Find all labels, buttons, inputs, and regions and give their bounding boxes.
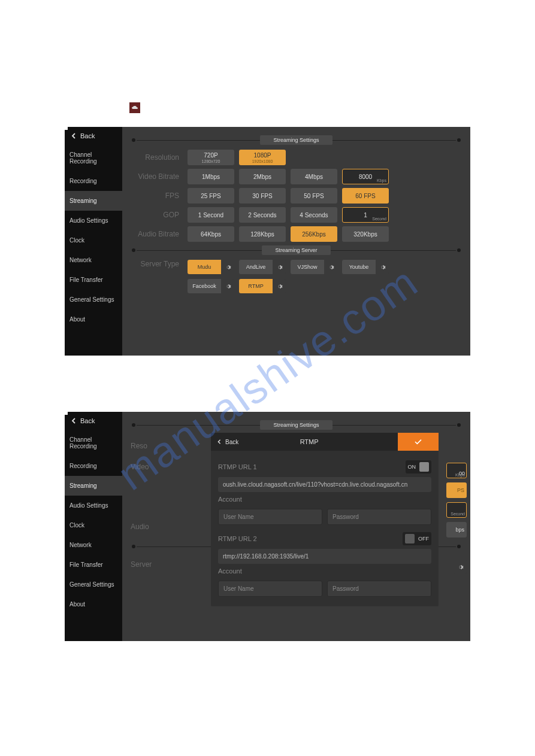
account-label-1: Account xyxy=(218,496,242,503)
fps-50[interactable]: 50 FPS xyxy=(291,188,337,204)
sidebar-item-general-settings[interactable]: General Settings xyxy=(65,290,122,309)
gop-1s[interactable]: 1 Second xyxy=(188,207,234,223)
abitrate-256[interactable]: 256Kbps xyxy=(291,226,337,242)
rtmp-url1-toggle[interactable]: ON xyxy=(406,460,432,473)
vbitrate-4m[interactable]: 4Mbps xyxy=(291,169,337,184)
server-vjshow[interactable]: VJShow xyxy=(291,260,337,274)
fps-30[interactable]: 30 FPS xyxy=(239,188,286,204)
check-icon xyxy=(414,439,422,445)
fps-25[interactable]: 25 FPS xyxy=(188,188,234,204)
gear-icon[interactable] xyxy=(273,279,286,293)
label-server-type: Server Type xyxy=(131,260,182,268)
back-label: Back xyxy=(80,417,95,424)
sidebar-item-about[interactable]: About xyxy=(65,309,122,329)
sidebar: Back Channel Recording Recording Streami… xyxy=(65,412,122,641)
server-andlive[interactable]: AndLive xyxy=(239,260,286,274)
modal-confirm-button[interactable] xyxy=(398,433,439,451)
gop-4s[interactable]: 4 Seconds xyxy=(291,207,337,223)
gear-icon[interactable] xyxy=(324,260,337,274)
sidebar-item-general-settings[interactable]: General Settings xyxy=(65,575,122,594)
sidebar-item-recording[interactable]: Recording xyxy=(65,456,122,476)
resolution-1080p[interactable]: 1080P1920x1080 xyxy=(239,150,286,165)
fps-60[interactable]: 60 FPS xyxy=(342,188,389,204)
gop-2s[interactable]: 2 Seconds xyxy=(239,207,286,223)
section-divider-server: Streaming Server xyxy=(131,245,462,255)
vbitrate-2m[interactable]: 2Mbps xyxy=(239,169,286,184)
server-mudu[interactable]: Mudu xyxy=(188,260,234,274)
modal-title: RTMP xyxy=(220,438,398,445)
main-panel: Streaming Settings Resolution 720P1280x7… xyxy=(122,127,470,356)
rtmp-url2-input[interactable]: rtmp://192.168.0.208:1935/live/1 xyxy=(218,549,431,564)
password-input-2[interactable]: Password xyxy=(327,581,431,597)
username-input-2[interactable]: User Name xyxy=(218,581,322,597)
sidebar-item-audio-settings[interactable]: Audio Settings xyxy=(65,211,122,230)
sidebar-item-channel-recording[interactable]: Channel Recording xyxy=(65,430,122,456)
screenshot-rtmp-modal: Back Channel Recording Recording Streami… xyxy=(65,412,470,641)
sidebar-item-streaming[interactable]: Streaming xyxy=(65,191,122,211)
section-divider-streaming: Streaming Settings xyxy=(131,135,462,145)
back-button[interactable]: Back xyxy=(65,412,122,430)
label-resolution: Resolution xyxy=(131,153,182,162)
gear-icon[interactable] xyxy=(221,279,234,293)
gear-icon[interactable] xyxy=(273,260,286,274)
section-title: Streaming Settings xyxy=(260,420,332,430)
sidebar-item-audio-settings[interactable]: Audio Settings xyxy=(65,496,122,515)
password-input-1[interactable]: Password xyxy=(327,509,431,525)
rtmp-url1-label: RTMP URL 1 xyxy=(218,463,257,470)
sidebar-item-clock[interactable]: Clock xyxy=(65,515,122,535)
sidebar-item-file-transfer[interactable]: File Transfer xyxy=(65,555,122,575)
abitrate-128[interactable]: 128Kbps xyxy=(239,226,286,242)
vbitrate-1m[interactable]: 1Mbps xyxy=(188,169,234,184)
rtmp-url2-label: RTMP URL 2 xyxy=(218,535,257,542)
section-title: Streaming Settings xyxy=(260,135,332,145)
chevron-left-icon xyxy=(71,133,77,139)
sidebar: Back Channel Recording Recording Streami… xyxy=(65,127,122,356)
peek-gop-input: Second xyxy=(446,502,467,518)
rtmp-modal: Back RTMP RTMP URL 1 ON oush.live.cloud.… xyxy=(211,433,439,606)
screenshot-streaming-settings: Back Channel Recording Recording Streami… xyxy=(65,127,470,356)
gear-icon[interactable] xyxy=(376,260,389,274)
back-button[interactable]: Back xyxy=(65,127,122,145)
main-panel-behind-modal: Streaming Settings Reso Video Audio Serv… xyxy=(122,412,470,641)
label-audio-bitrate: Audio Bitrate xyxy=(131,230,182,238)
back-label: Back xyxy=(80,132,95,139)
modal-header: Back RTMP xyxy=(211,433,439,451)
sidebar-item-file-transfer[interactable]: File Transfer xyxy=(65,270,122,290)
sidebar-item-clock[interactable]: Clock xyxy=(65,230,122,250)
server-youtube[interactable]: Youtube xyxy=(342,260,389,274)
sidebar-item-network[interactable]: Network xyxy=(65,535,122,555)
username-input-1[interactable]: User Name xyxy=(218,509,322,525)
rtmp-url2-toggle[interactable]: OFF xyxy=(403,532,431,545)
abitrate-64[interactable]: 64Kbps xyxy=(188,226,234,242)
sidebar-item-network[interactable]: Network xyxy=(65,250,122,270)
label-fps: FPS xyxy=(131,192,182,200)
sidebar-item-streaming[interactable]: Streaming xyxy=(65,476,122,496)
label-gop: GOP xyxy=(131,211,182,219)
gear-icon[interactable] xyxy=(221,260,234,274)
resolution-720p[interactable]: 720P1280x720 xyxy=(188,150,234,165)
peek-bitrate-input: 00Kbps xyxy=(446,463,467,478)
peek-gear-icon xyxy=(454,560,467,574)
section-divider-streaming: Streaming Settings xyxy=(131,420,462,430)
sidebar-item-recording[interactable]: Recording xyxy=(65,171,122,191)
peek-fps-60: PS xyxy=(446,482,467,498)
chevron-left-icon xyxy=(71,418,77,424)
gop-custom-input[interactable]: 1Second xyxy=(342,207,389,223)
server-rtmp[interactable]: RTMP xyxy=(239,279,286,293)
peek-abitrate-320: bps xyxy=(446,522,467,538)
vbitrate-custom-input[interactable]: 8000Kbps xyxy=(342,169,389,184)
sidebar-item-channel-recording[interactable]: Channel Recording xyxy=(65,145,122,171)
label-video-bitrate: Video Bitrate xyxy=(131,172,182,181)
account-label-2: Account xyxy=(218,567,242,575)
rtmp-url1-input[interactable]: oush.live.cloud.nagasoft.cn/live/110?vho… xyxy=(218,477,431,492)
section-title-server: Streaming Server xyxy=(262,245,330,255)
sidebar-item-about[interactable]: About xyxy=(65,594,122,614)
server-facebook[interactable]: Facebook xyxy=(188,279,234,293)
abitrate-320[interactable]: 320Kbps xyxy=(342,226,389,242)
cloud-icon xyxy=(129,102,140,113)
